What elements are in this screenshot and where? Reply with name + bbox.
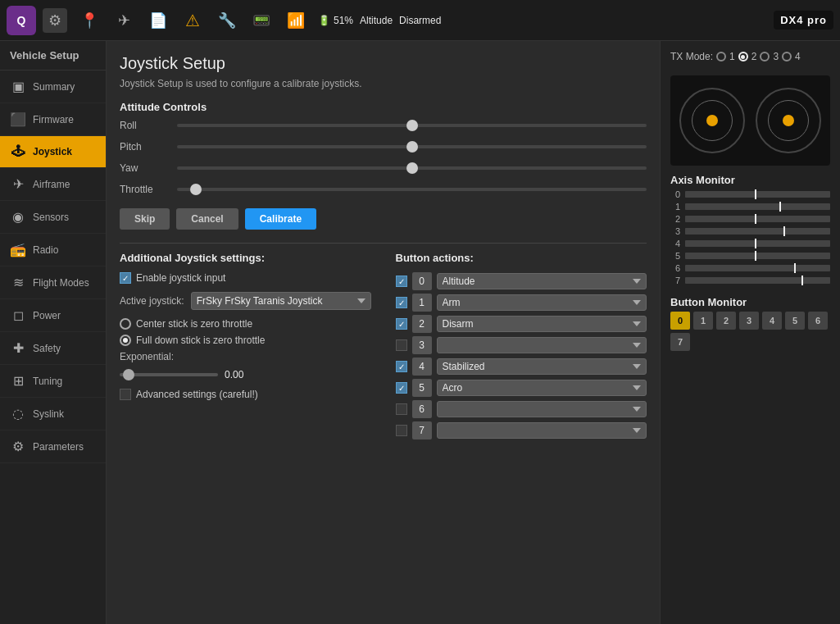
battery-percent: 51% [334,15,353,26]
expo-track[interactable] [120,373,218,376]
main-content: Joystick Setup Joystick Setup is used to… [107,41,660,624]
axis-throttle-track[interactable] [177,188,647,191]
parameters-icon: ⚙ [10,439,26,454]
axis-roll-track[interactable] [177,124,647,127]
advanced-settings-label: Advanced settings (careful!) [136,389,258,400]
center-stick-row[interactable]: Center stick is zero throttle [120,318,371,330]
right-joystick [756,88,821,153]
sidebar-header: Vehicle Setup [0,41,106,71]
advanced-settings-row[interactable]: Advanced settings (careful!) [120,389,371,400]
axis-throttle-label: Throttle [120,184,169,195]
left-joystick-inner [692,100,733,141]
ba-dropdown-1[interactable]: Arm [437,294,647,311]
ba-checkbox-5[interactable]: ✓ [396,382,407,394]
active-joystick-row: Active joystick: FrSky FrSky Taranis Joy… [120,292,371,310]
arm-status: Disarmed [399,15,441,26]
sidebar-item-label: Power [33,310,61,321]
button-action-0: ✓ 0 Altitude [396,272,647,290]
am-track-3 [685,228,830,235]
ba-dropdown-0[interactable]: Altitude [437,273,647,289]
sidebar-item-joystick[interactable]: 🕹 Joystick [0,136,106,168]
axis-yaw-label: Yaw [120,162,169,174]
bm-btn-4: 4 [762,312,782,330]
am-track-4 [685,240,830,247]
ba-dropdown-4[interactable]: Stabilized [437,358,647,375]
enable-joystick-checkbox[interactable]: ✓ [120,272,131,284]
joystick-display [670,75,830,166]
airframe-icon: ✈ [10,176,26,192]
warning-icon[interactable]: ⚠ [180,8,205,33]
tx-radio-2[interactable] [738,52,748,61]
ba-dropdown-6[interactable] [437,401,647,417]
full-down-radio[interactable] [120,335,131,346]
axis-monitor-row-0: 0 [670,189,830,199]
active-joystick-select[interactable]: FrSky FrSky Taranis Joystick [191,292,371,310]
axis-roll-label: Roll [120,120,169,131]
main-layout: Vehicle Setup ▣ Summary ⬛ Firmware 🕹 Joy… [0,41,840,624]
ba-dropdown-3[interactable] [437,337,647,353]
ba-checkbox-3[interactable] [396,339,407,351]
page-title: Joystick Setup [120,54,647,73]
sidebar-item-safety[interactable]: ✚ Safety [0,332,106,365]
settings-icon[interactable]: ⚙ [43,8,67,33]
bm-btn-6: 6 [808,312,828,330]
center-stick-label: Center stick is zero throttle [136,318,252,330]
sidebar: Vehicle Setup ▣ Summary ⬛ Firmware 🕹 Joy… [0,41,107,624]
button-monitor-container: Button Monitor 0 1 2 3 4 5 6 7 [670,296,830,351]
axis-throttle-row: Throttle [120,184,647,195]
wrench-icon[interactable]: 🔧 [215,8,239,33]
sidebar-item-power[interactable]: ◻ Power [0,299,106,332]
ba-checkbox-2[interactable]: ✓ [396,318,407,330]
sidebar-item-sensors[interactable]: ◉ Sensors [0,201,106,234]
tx-label-4: 4 [795,51,801,62]
advanced-settings-checkbox[interactable] [120,389,131,400]
tx-radio-1[interactable] [716,52,726,61]
ba-checkbox-7[interactable] [396,425,407,436]
device-icon[interactable]: 📟 [249,8,274,33]
tx-mode-row: TX Mode: 1 2 3 4 [670,51,830,62]
sidebar-item-parameters[interactable]: ⚙ Parameters [0,430,106,463]
axis-roll-row: Roll [120,120,647,131]
tx-radio-4[interactable] [782,52,792,61]
axis-pitch-row: Pitch [120,141,647,153]
calibrate-button[interactable]: Calibrate [245,208,316,230]
sidebar-item-summary[interactable]: ▣ Summary [0,71,106,103]
full-down-row[interactable]: Full down stick is zero throttle [120,335,371,346]
document-icon[interactable]: 📄 [146,8,170,33]
sidebar-item-airframe[interactable]: ✈ Airframe [0,168,106,201]
sidebar-item-syslink[interactable]: ◌ Syslink [0,398,106,430]
bm-btn-2: 2 [716,312,736,330]
sidebar-item-radio[interactable]: 📻 Radio [0,234,106,266]
sidebar-item-tuning[interactable]: ⊞ Tuning [0,365,106,398]
sidebar-item-firmware[interactable]: ⬛ Firmware [0,103,106,136]
ba-checkbox-4[interactable]: ✓ [396,361,407,372]
ba-dropdown-2[interactable]: Disarm [437,316,647,332]
location-icon[interactable]: 📍 [77,8,102,33]
center-stick-radio[interactable] [120,318,131,330]
cancel-button[interactable]: Cancel [176,208,238,230]
am-label-1: 1 [670,202,680,212]
axis-monitor-row-7: 7 [670,276,830,285]
skip-button[interactable]: Skip [120,208,170,230]
tx-label-2: 2 [751,51,757,62]
sidebar-item-label: Safety [33,343,61,354]
send-icon[interactable]: ✈ [111,8,136,33]
ba-dropdown-5[interactable]: Acro [437,380,647,396]
sidebar-item-label: Tuning [33,376,62,387]
ba-checkbox-0[interactable]: ✓ [396,276,407,287]
sidebar-item-label: Parameters [33,441,84,453]
right-panel: TX Mode: 1 2 3 4 [660,41,840,624]
bm-btn-5: 5 [785,312,805,330]
axis-yaw-track[interactable] [177,166,647,170]
ba-checkbox-6[interactable] [396,403,407,415]
sidebar-item-flight-modes[interactable]: ≋ Flight Modes [0,266,106,299]
axis-monitor-row-4: 4 [670,239,830,248]
axis-pitch-track[interactable] [177,145,647,148]
button-actions-section: Button actions: ✓ 0 Altitude ✓ 1 Arm ✓ 2 [396,252,647,443]
tx-radio-3[interactable] [760,52,770,61]
ba-dropdown-7[interactable] [437,422,647,439]
signal-icon[interactable]: 📶 [284,8,308,33]
enable-joystick-row[interactable]: ✓ Enable joystick input [120,272,371,284]
battery-icon: 🔋 [318,15,330,26]
ba-checkbox-1[interactable]: ✓ [396,297,407,308]
